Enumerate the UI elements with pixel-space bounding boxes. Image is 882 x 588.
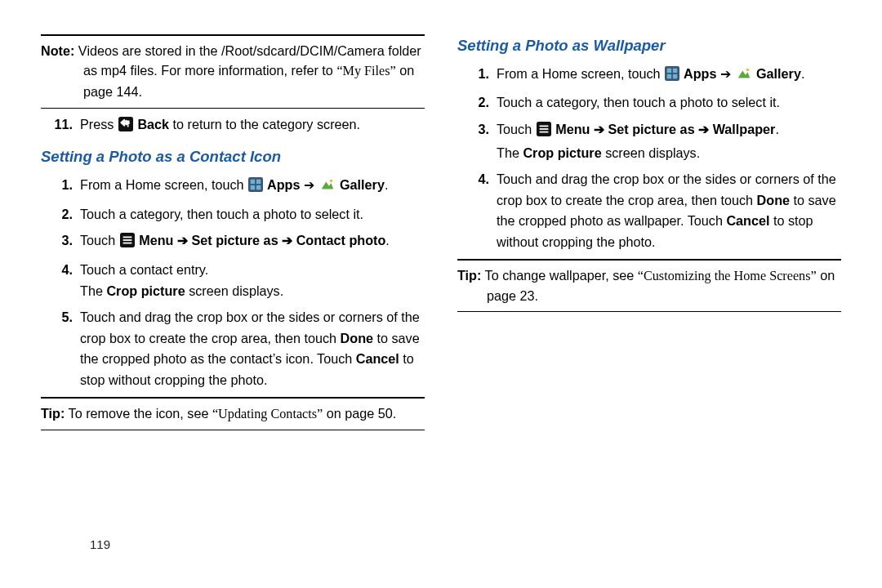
tip-block: Tip: To remove the icon, see “Updating C… (41, 403, 425, 424)
step-number: 2. (457, 92, 497, 114)
list-item: 2. Touch a category, then touch a photo … (457, 92, 841, 114)
step-number: 4. (41, 260, 80, 301)
section-heading: Setting a Photo as Wallpaper (457, 34, 841, 57)
step-body: Touch a contact entry. The Crop picture … (80, 260, 425, 301)
list-item: 4. Touch a contact entry. The Crop pictu… (41, 260, 425, 301)
list-item: 4. Touch and drag the crop box or the si… (457, 169, 841, 252)
menu-icon (120, 233, 135, 254)
list-item: 3. Touch Menu ➔ Set picture as ➔ Wallpap… (457, 119, 841, 163)
page-number: 119 (90, 536, 110, 555)
note-label: Note: (41, 43, 74, 58)
step-number: 11. (41, 114, 80, 138)
step-body: From a Home screen, touch Apps ➔ Gallery… (80, 175, 425, 198)
left-column: Note: Videos are stored in the /Root/sdc… (41, 34, 425, 436)
step-number: 1. (457, 64, 497, 87)
gallery-icon (319, 177, 336, 198)
step-body: Touch and drag the crop box or the sides… (80, 307, 425, 390)
step-body: Press Back to return to the category scr… (80, 114, 425, 138)
note-block: Note: Videos are stored in the /Root/sdc… (41, 41, 425, 101)
step-number: 3. (457, 119, 497, 163)
list-item: 1. From a Home screen, touch Apps ➔ Gall… (41, 175, 425, 198)
step-body: Touch a category, then touch a photo to … (80, 204, 425, 225)
divider (41, 430, 425, 430)
divider (457, 259, 841, 261)
list-item: 1. From a Home screen, touch Apps ➔ Gall… (457, 64, 841, 87)
section-heading: Setting a Photo as a Contact Icon (41, 145, 425, 168)
back-icon (118, 117, 133, 138)
step-body: From a Home screen, touch Apps ➔ Gallery… (497, 64, 841, 87)
note-quote: “My Files” (336, 64, 395, 78)
divider (457, 311, 841, 312)
divider (41, 34, 425, 36)
list-item: 11. Press Back to return to the category… (41, 114, 425, 138)
apps-icon (665, 66, 679, 87)
step-number: 4. (457, 169, 497, 252)
step-number: 1. (41, 175, 80, 198)
gallery-icon (736, 66, 752, 87)
apps-icon (248, 177, 263, 198)
tip-label: Tip: (41, 406, 65, 421)
list-item: 5. Touch and drag the crop box or the si… (41, 307, 425, 390)
step-body: Touch a category, then touch a photo to … (497, 92, 841, 114)
menu-icon (537, 122, 551, 143)
tip-block: Tip: To change wallpaper, see “Customizi… (457, 265, 841, 306)
step-number: 2. (41, 204, 80, 225)
step-body: Touch Menu ➔ Set picture as ➔ Contact ph… (80, 230, 425, 254)
list-item: 3. Touch Menu ➔ Set picture as ➔ Contact… (41, 230, 425, 254)
step-body: Touch and drag the crop box or the sides… (497, 169, 841, 252)
divider (41, 397, 425, 399)
list-item: 2. Touch a category, then touch a photo … (41, 204, 425, 225)
step-number: 5. (41, 307, 80, 390)
right-column: Setting a Photo as Wallpaper 1. From a H… (457, 34, 841, 436)
tip-label: Tip: (457, 268, 481, 283)
divider (41, 108, 425, 109)
step-number: 3. (41, 230, 80, 254)
step-body: Touch Menu ➔ Set picture as ➔ Wallpaper.… (497, 119, 841, 163)
